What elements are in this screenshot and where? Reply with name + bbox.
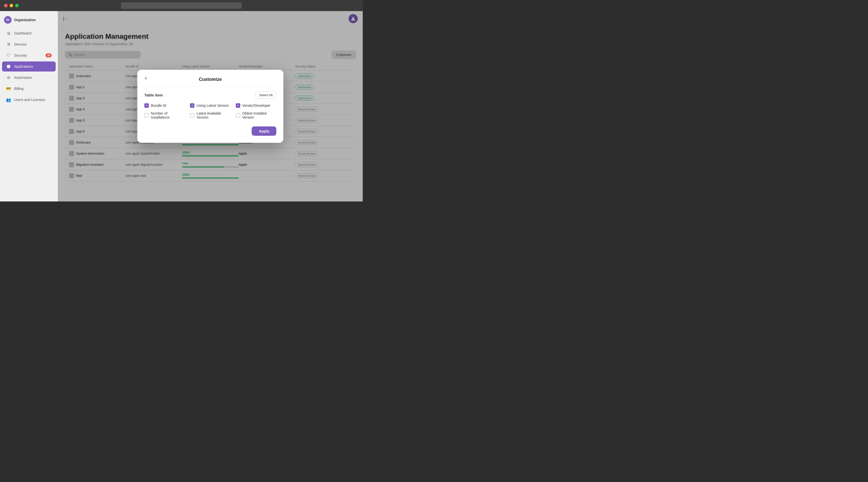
apply-button[interactable]: Apply [252,126,276,136]
sidebar-item-label-users: Users and Licenses [14,98,45,102]
checkbox-label-bundle-id: Bundle ID [151,103,166,107]
customize-modal: × Customize Table item Select All Bundle… [137,70,283,143]
table-item-label: Table item [144,93,163,97]
checkbox-oldest-installed-version[interactable] [236,113,240,118]
checkbox-bundle-id[interactable] [144,103,149,108]
modal-overlay: × Customize Table item Select All Bundle… [58,11,363,201]
modal-header: × Customize [144,77,276,86]
main-content: |← Application Management Applications: … [58,11,363,201]
org-header: Or Organization [0,14,58,28]
checkbox-label-vendor-developer: Vendor/Developer [242,103,271,107]
sidebar-item-users-and-licenses[interactable]: 👥 Users and Licenses [2,95,56,105]
org-avatar: Or [4,16,11,24]
sidebar-item-devices[interactable]: 🖥 Devices [2,39,56,50]
checkbox-label-latest-available-version: Latest Available Version [196,111,230,119]
checkbox-item-oldest-installed-version[interactable]: Oldest Installed Version [236,111,276,119]
security-icon: 🛡 [6,53,11,58]
sidebar-item-billing[interactable]: 💳 Billing [2,84,56,94]
sidebar-item-label-security: Security [14,54,27,57]
traffic-lights [4,4,19,7]
devices-icon: 🖥 [6,42,11,47]
table-item-header: Table item Select All [144,91,276,99]
checkbox-item-number-of-installations[interactable]: Number of Installations [144,111,185,119]
checkbox-number-of-installations[interactable] [144,113,149,118]
billing-icon: 💳 [6,86,11,91]
checkboxes-grid: Bundle ID Using Latest Version Vendor/De… [144,103,276,119]
users-icon: 👥 [6,97,11,102]
automation-icon: ⚙ [6,75,11,80]
sidebar-item-label-billing: Billing [14,87,24,91]
checkbox-item-latest-available-version[interactable]: Latest Available Version [190,111,230,119]
applications-icon [6,64,11,69]
sidebar: Or Organization ⊞ Dashboard 🖥 Devices 🛡 … [0,11,58,201]
select-all-button[interactable]: Select All [255,91,276,99]
modal-close-button[interactable]: × [142,75,149,82]
checkbox-item-using-latest-version[interactable]: Using Latest Version [190,103,230,108]
checkbox-vendor-developer[interactable] [236,103,240,108]
address-bar[interactable] [121,2,242,9]
sidebar-item-label-dashboard: Dashboard [14,31,31,35]
checkbox-item-vendor-developer[interactable]: Vendor/Developer [236,103,276,108]
svg-point-0 [7,65,10,68]
dashboard-icon: ⊞ [6,31,11,36]
sidebar-item-applications[interactable]: Applications [2,61,56,71]
security-badge: 38 [45,54,52,57]
checkbox-label-number-of-installations: Number of Installations [151,111,185,119]
modal-footer: Apply [144,126,276,136]
sidebar-item-security[interactable]: 🛡 Security 38 [2,51,56,60]
titlebar [0,0,363,11]
checkbox-using-latest-version[interactable] [190,103,194,108]
minimize-button[interactable] [9,4,13,7]
org-name: Organization [14,18,36,22]
checkbox-label-using-latest-version: Using Latest Version [196,103,229,107]
checkbox-latest-available-version[interactable] [190,113,194,118]
app-layout: Or Organization ⊞ Dashboard 🖥 Devices 🛡 … [0,11,363,201]
modal-title: Customize [199,77,222,82]
sidebar-item-label-devices: Devices [14,42,27,46]
sidebar-item-label-automation: Automation [14,75,32,79]
sidebar-item-automation[interactable]: ⚙ Automation [2,72,56,83]
checkbox-label-oldest-installed-version: Oldest Installed Version [242,111,276,119]
sidebar-item-label-applications: Applications [14,64,33,68]
fullscreen-button[interactable] [15,4,19,7]
sidebar-item-dashboard[interactable]: ⊞ Dashboard [2,28,56,38]
close-button[interactable] [4,4,7,7]
checkbox-item-bundle-id[interactable]: Bundle ID [144,103,185,108]
